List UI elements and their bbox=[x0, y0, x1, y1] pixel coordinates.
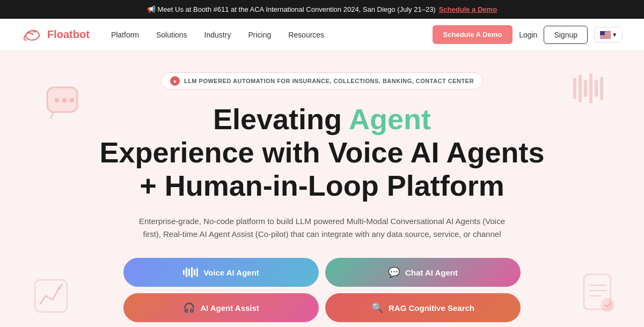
svg-rect-19 bbox=[600, 77, 603, 100]
logo-bird-icon bbox=[21, 27, 43, 42]
svg-rect-8 bbox=[600, 31, 605, 35]
svg-rect-7 bbox=[600, 37, 611, 38]
navbar: Floatbot Platform Solutions Industry Pri… bbox=[0, 19, 644, 51]
voice-ai-agent-label: Voice AI Agent bbox=[203, 268, 259, 277]
svg-point-0 bbox=[33, 30, 36, 33]
lang-label: ▾ bbox=[613, 31, 617, 39]
deco-doc-icon bbox=[580, 272, 617, 317]
deco-wave-icon bbox=[569, 72, 612, 107]
badge-dot-icon: ● bbox=[170, 76, 180, 86]
svg-rect-16 bbox=[584, 80, 587, 97]
us-flag-icon bbox=[600, 31, 611, 39]
announcement-cta[interactable]: Schedule a Demo bbox=[439, 5, 497, 13]
rag-cognitive-search-label: RAG Cognitive Search bbox=[389, 303, 474, 313]
svg-rect-18 bbox=[595, 80, 598, 97]
hero-title: Elevating Agent Experience with Voice AI… bbox=[97, 102, 547, 202]
svg-point-12 bbox=[62, 98, 67, 102]
svg-point-11 bbox=[55, 98, 59, 102]
search-icon: 🔍 bbox=[371, 302, 383, 314]
svg-point-25 bbox=[601, 299, 614, 311]
cta-buttons-grid: Voice AI Agent 💬 Chat AI Agent 🎧 AI Agen… bbox=[123, 258, 521, 322]
nav-resources[interactable]: Resources bbox=[288, 31, 324, 39]
svg-rect-5 bbox=[600, 35, 611, 35]
hero-section: ● LLM POWERED AUTOMATION FOR INSURANCE, … bbox=[0, 51, 644, 327]
chat-ai-agent-label: Chat AI Agent bbox=[405, 268, 458, 277]
voice-ai-agent-button[interactable]: Voice AI Agent bbox=[123, 258, 319, 287]
ai-agent-assist-label: AI Agent Assist bbox=[200, 303, 259, 313]
nav-actions: Schedule A Demo Login Signup ▾ bbox=[433, 25, 623, 44]
deco-chat-icon bbox=[43, 83, 86, 126]
hero-title-part2: Experience with Voice AI Agents + Human-… bbox=[99, 136, 544, 202]
headset-icon: 🎧 bbox=[183, 302, 195, 314]
svg-rect-14 bbox=[573, 78, 576, 99]
logo-area[interactable]: Floatbot bbox=[21, 27, 90, 42]
deco-chart-icon bbox=[32, 277, 70, 317]
schedule-demo-button[interactable]: Schedule A Demo bbox=[433, 25, 513, 44]
signup-button[interactable]: Signup bbox=[544, 26, 588, 44]
rag-cognitive-search-button[interactable]: 🔍 RAG Cognitive Search bbox=[325, 293, 521, 322]
svg-point-13 bbox=[70, 98, 74, 102]
hero-title-accent: Agent bbox=[349, 103, 431, 135]
logo-text: Floatbot bbox=[47, 28, 90, 41]
login-button[interactable]: Login bbox=[519, 31, 537, 39]
svg-rect-17 bbox=[589, 73, 592, 103]
ai-agent-assist-button[interactable]: 🎧 AI Agent Assist bbox=[123, 293, 319, 322]
chat-ai-agent-button[interactable]: 💬 Chat AI Agent bbox=[325, 258, 521, 287]
announcement-text: 📢 Meet Us at Booth #611 at the ACA Inter… bbox=[147, 5, 436, 13]
announcement-bar: 📢 Meet Us at Booth #611 at the ACA Inter… bbox=[0, 0, 644, 19]
badge-text: LLM POWERED AUTOMATION FOR INSURANCE, CO… bbox=[184, 78, 474, 84]
language-selector[interactable]: ▾ bbox=[594, 27, 623, 42]
hero-subtitle: Enterprise-grade, No-code platform to bu… bbox=[134, 215, 510, 241]
svg-rect-15 bbox=[579, 75, 582, 102]
voice-wave-icon bbox=[183, 267, 198, 278]
nav-platform[interactable]: Platform bbox=[111, 31, 139, 39]
hero-badge: ● LLM POWERED AUTOMATION FOR INSURANCE, … bbox=[161, 72, 483, 90]
nav-pricing[interactable]: Pricing bbox=[248, 31, 271, 39]
nav-solutions[interactable]: Solutions bbox=[156, 31, 187, 39]
svg-rect-6 bbox=[600, 36, 611, 36]
nav-links: Platform Solutions Industry Pricing Reso… bbox=[111, 31, 433, 39]
chat-bubble-icon: 💬 bbox=[388, 266, 400, 278]
nav-industry[interactable]: Industry bbox=[204, 31, 231, 39]
hero-title-part1: Elevating bbox=[213, 103, 349, 135]
